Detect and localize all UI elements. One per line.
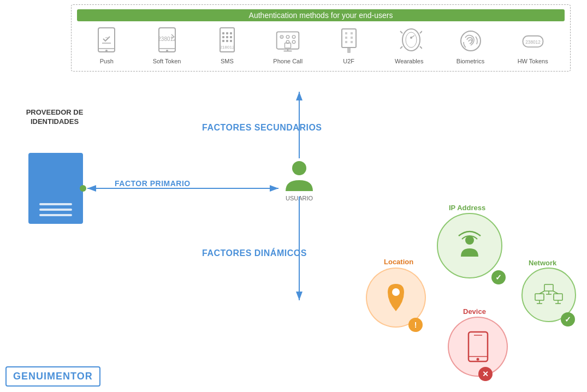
factores-secundarios-label: FACTORES SECUNDARIOS [202,123,322,133]
svg-rect-70 [469,332,488,361]
device-phone-icon [466,330,490,363]
location-pin-icon [382,281,410,314]
device-circle [448,317,508,377]
svg-point-55 [392,288,400,296]
proveedor-card [28,153,83,224]
svg-point-56 [465,236,474,245]
factores-dinamicos-label: FACTORES DINÁMICOS [202,248,307,258]
ip-label: IP Address [449,204,485,212]
location-label: Location [384,258,413,266]
usuario-container: USUARIO [283,158,316,201]
proveedor-line-1 [39,203,72,205]
ip-circle [437,213,502,278]
usuario-label: USUARIO [286,195,313,201]
network-label: Network [529,259,556,267]
logo: GENUIMENTOR [5,366,100,387]
ip-address-icon [453,229,486,262]
device-x-badge: ✕ [478,367,493,381]
svg-rect-57 [535,294,544,300]
factor-primario-label: FACTOR PRIMARIO [115,179,191,188]
svg-point-49 [292,161,306,175]
ip-check-badge: ✓ [491,270,506,284]
svg-point-72 [476,358,479,361]
proveedor-dot [80,185,86,192]
diagram-area: PROVEEDOR DE IDENTIDADES FACTORES SECUND… [0,0,587,392]
proveedor-line-2 [39,209,72,211]
location-warning-badge: ! [408,318,423,332]
proveedor-lines [39,203,72,216]
network-check-badge: ✓ [561,312,575,326]
svg-rect-60 [544,284,553,291]
proveedor-line-3 [39,214,72,216]
usuario-icon [283,158,316,194]
network-icon [532,280,565,310]
device-label: Device [463,307,486,316]
svg-rect-63 [554,294,562,300]
proveedor-label: PROVEEDOR DE IDENTIDADES [11,108,98,127]
